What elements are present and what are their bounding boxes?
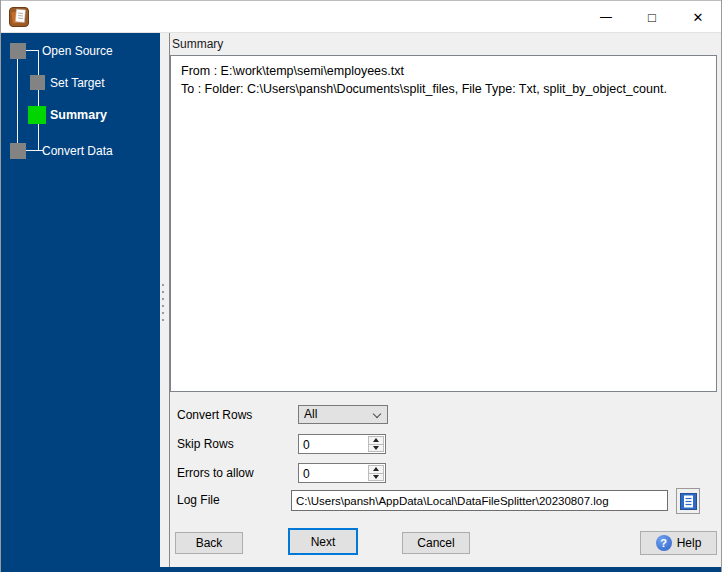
errors-to-allow-label: Errors to allow xyxy=(177,466,254,480)
tree-connector-line xyxy=(17,58,18,144)
skip-rows-stepper[interactable]: 0 xyxy=(298,434,386,454)
log-file-input[interactable] xyxy=(291,490,668,511)
page-title: Summary xyxy=(172,37,223,51)
tree-connector-line xyxy=(38,50,39,151)
spin-down-button[interactable] xyxy=(368,445,384,453)
errors-to-allow-stepper[interactable]: 0 xyxy=(298,463,386,483)
step-marker-summary-active xyxy=(28,106,46,124)
window-border-left xyxy=(0,0,1,572)
convert-rows-select[interactable]: All xyxy=(298,405,388,424)
close-button[interactable]: ✕ xyxy=(675,1,721,33)
step-label-convert-data: Convert Data xyxy=(42,144,113,158)
splitter-grip-icon[interactable] xyxy=(162,284,164,321)
step-marker-open-source xyxy=(10,43,26,59)
skip-rows-label: Skip Rows xyxy=(177,437,234,451)
log-document-icon xyxy=(680,493,697,510)
step-marker-set-target xyxy=(30,75,45,90)
wizard-steps-sidebar: Open Source Set Target Summary Convert D… xyxy=(1,33,160,567)
window-controls: — □ ✕ xyxy=(583,1,721,33)
convert-rows-value: All xyxy=(304,407,317,421)
log-file-label: Log File xyxy=(177,493,220,507)
spin-buttons xyxy=(368,465,384,481)
minimize-button[interactable]: — xyxy=(583,1,629,33)
sidebar-splitter[interactable] xyxy=(160,33,169,567)
arrow-down-icon xyxy=(373,446,379,450)
window-bottom-strip xyxy=(0,567,722,572)
cancel-button[interactable]: Cancel xyxy=(402,532,470,554)
summary-line-from: From : E:\work\temp\semi\employees.txt xyxy=(181,62,706,80)
arrow-up-icon xyxy=(373,438,379,442)
app-icon[interactable] xyxy=(9,7,29,27)
spin-down-button[interactable] xyxy=(368,474,384,482)
spin-buttons xyxy=(368,436,384,452)
step-label-summary: Summary xyxy=(50,108,107,122)
tree-connector-line xyxy=(25,150,43,151)
skip-rows-value: 0 xyxy=(303,438,310,452)
arrow-down-icon xyxy=(373,475,379,479)
help-button-label: Help xyxy=(677,536,702,550)
arrow-up-icon xyxy=(373,467,379,471)
title-bar[interactable]: — □ ✕ xyxy=(1,1,721,33)
convert-rows-label: Convert Rows xyxy=(177,408,252,422)
spin-up-button[interactable] xyxy=(368,465,384,474)
spin-up-button[interactable] xyxy=(368,436,384,445)
chevron-down-icon xyxy=(373,410,381,418)
wizard-dialog: — □ ✕ Open Source Set Target Summary Con… xyxy=(0,0,722,572)
errors-to-allow-value: 0 xyxy=(303,467,310,481)
next-button[interactable]: Next xyxy=(288,528,358,555)
step-label-open-source: Open Source xyxy=(42,44,113,58)
step-marker-convert-data xyxy=(10,143,26,159)
help-button[interactable]: ? Help xyxy=(640,531,717,555)
maximize-button[interactable]: □ xyxy=(629,1,675,33)
summary-textbox[interactable]: From : E:\work\temp\semi\employees.txt T… xyxy=(170,55,717,392)
help-icon: ? xyxy=(656,535,672,551)
back-button[interactable]: Back xyxy=(175,532,243,554)
summary-line-to: To : Folder: C:\Users\pansh\Documents\sp… xyxy=(181,80,706,98)
view-log-button[interactable] xyxy=(676,488,700,514)
step-label-set-target: Set Target xyxy=(50,76,104,90)
main-panel: Summary From : E:\work\temp\semi\employe… xyxy=(169,33,721,567)
